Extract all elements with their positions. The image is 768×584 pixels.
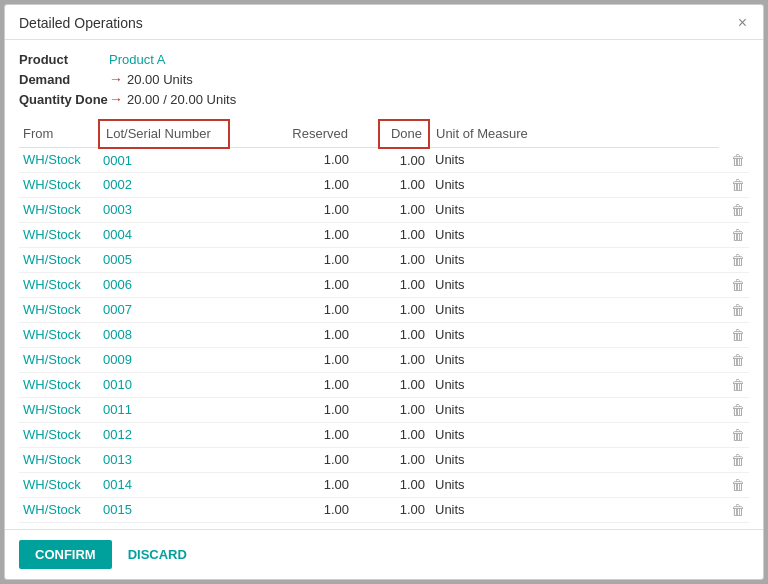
table-row: WH/Stock 0004 1.00 1.00 Units 🗑	[19, 222, 749, 247]
delete-row-button[interactable]: 🗑	[731, 177, 745, 193]
delete-row-button[interactable]: 🗑	[731, 227, 745, 243]
cell-unit: Units	[429, 247, 719, 272]
operations-table: From Lot/Serial Number Reserved Done Uni…	[19, 119, 749, 529]
col-unit-measure: Unit of Measure	[429, 120, 719, 148]
table-row: WH/Stock 0010 1.00 1.00 Units 🗑	[19, 372, 749, 397]
delete-row-button[interactable]: 🗑	[731, 252, 745, 268]
cell-reserved: 1.00	[229, 522, 379, 529]
discard-button[interactable]: DISCARD	[124, 540, 191, 569]
cell-unit: Units	[429, 148, 719, 173]
delete-row-button[interactable]: 🗑	[731, 302, 745, 318]
qty-done-value: 20.00 / 20.00 Units	[127, 92, 236, 107]
cell-done: 1.00	[379, 297, 429, 322]
cell-delete: 🗑	[719, 472, 749, 497]
cell-delete: 🗑	[719, 297, 749, 322]
cell-reserved: 1.00	[229, 397, 379, 422]
table-row: WH/Stock 0012 1.00 1.00 Units 🗑	[19, 422, 749, 447]
cell-unit: Units	[429, 397, 719, 422]
cell-reserved: 1.00	[229, 297, 379, 322]
cell-lot: 0001	[99, 148, 229, 173]
cell-done: 1.00	[379, 397, 429, 422]
cell-lot: 0014	[99, 472, 229, 497]
cell-delete: 🗑	[719, 148, 749, 173]
delete-row-button[interactable]: 🗑	[731, 327, 745, 343]
cell-delete: 🗑	[719, 222, 749, 247]
table-body: WH/Stock 0001 1.00 1.00 Units 🗑 WH/Stock…	[19, 148, 749, 530]
delete-row-button[interactable]: 🗑	[731, 402, 745, 418]
modal-footer: CONFIRM DISCARD	[5, 529, 763, 579]
demand-arrow-icon: →	[109, 71, 123, 87]
table-header-row: From Lot/Serial Number Reserved Done Uni…	[19, 120, 749, 148]
cell-lot: 0006	[99, 272, 229, 297]
cell-delete: 🗑	[719, 347, 749, 372]
delete-row-button[interactable]: 🗑	[731, 452, 745, 468]
cell-done: 1.00	[379, 272, 429, 297]
delete-row-button[interactable]: 🗑	[731, 277, 745, 293]
cell-delete: 🗑	[719, 447, 749, 472]
delete-row-button[interactable]: 🗑	[731, 152, 745, 168]
cell-from: WH/Stock	[19, 347, 99, 372]
cell-unit: Units	[429, 347, 719, 372]
cell-unit: Units	[429, 172, 719, 197]
delete-row-button[interactable]: 🗑	[731, 352, 745, 368]
cell-from: WH/Stock	[19, 397, 99, 422]
cell-unit: Units	[429, 372, 719, 397]
cell-done: 1.00	[379, 522, 429, 529]
modal: Detailed Operations × Product Product A …	[4, 4, 764, 580]
cell-from: WH/Stock	[19, 497, 99, 522]
cell-lot: 0008	[99, 322, 229, 347]
cell-lot: 0011	[99, 397, 229, 422]
cell-lot: 0007	[99, 297, 229, 322]
table-row: WH/Stock 0008 1.00 1.00 Units 🗑	[19, 322, 749, 347]
cell-delete: 🗑	[719, 422, 749, 447]
col-lot-serial: Lot/Serial Number	[99, 120, 229, 148]
table-row: WH/Stock 0007 1.00 1.00 Units 🗑	[19, 297, 749, 322]
table-row: WH/Stock 0009 1.00 1.00 Units 🗑	[19, 347, 749, 372]
delete-row-button[interactable]: 🗑	[731, 477, 745, 493]
cell-done: 1.00	[379, 148, 429, 173]
modal-overlay: Detailed Operations × Product Product A …	[0, 0, 768, 584]
cell-unit: Units	[429, 297, 719, 322]
cell-reserved: 1.00	[229, 197, 379, 222]
table-row: WH/Stock 0013 1.00 1.00 Units 🗑	[19, 447, 749, 472]
cell-lot: 0009	[99, 347, 229, 372]
cell-lot: 0005	[99, 247, 229, 272]
product-row: Product Product A	[19, 52, 749, 67]
close-button[interactable]: ×	[736, 15, 749, 31]
demand-row: Demand → 20.00 Units	[19, 71, 749, 87]
cell-lot: 0015	[99, 497, 229, 522]
delete-row-button[interactable]: 🗑	[731, 502, 745, 518]
table-row: WH/Stock 0016 1.00 1.00 Units 🗑	[19, 522, 749, 529]
cell-unit: Units	[429, 422, 719, 447]
cell-done: 1.00	[379, 322, 429, 347]
delete-row-button[interactable]: 🗑	[731, 377, 745, 393]
modal-title: Detailed Operations	[19, 15, 143, 31]
cell-done: 1.00	[379, 347, 429, 372]
cell-reserved: 1.00	[229, 222, 379, 247]
col-reserved: Reserved	[229, 120, 379, 148]
table-row: WH/Stock 0011 1.00 1.00 Units 🗑	[19, 397, 749, 422]
cell-from: WH/Stock	[19, 472, 99, 497]
cell-done: 1.00	[379, 172, 429, 197]
cell-unit: Units	[429, 472, 719, 497]
modal-body: Product Product A Demand → 20.00 Units Q…	[5, 40, 763, 529]
cell-done: 1.00	[379, 497, 429, 522]
modal-header: Detailed Operations ×	[5, 5, 763, 40]
cell-lot: 0016	[99, 522, 229, 529]
cell-reserved: 1.00	[229, 422, 379, 447]
confirm-button[interactable]: CONFIRM	[19, 540, 112, 569]
cell-reserved: 1.00	[229, 497, 379, 522]
cell-done: 1.00	[379, 422, 429, 447]
table-wrapper: From Lot/Serial Number Reserved Done Uni…	[5, 119, 763, 529]
table-row: WH/Stock 0015 1.00 1.00 Units 🗑	[19, 497, 749, 522]
cell-reserved: 1.00	[229, 372, 379, 397]
cell-reserved: 1.00	[229, 247, 379, 272]
cell-done: 1.00	[379, 372, 429, 397]
cell-from: WH/Stock	[19, 272, 99, 297]
delete-row-button[interactable]: 🗑	[731, 202, 745, 218]
delete-row-button[interactable]: 🗑	[731, 427, 745, 443]
cell-from: WH/Stock	[19, 247, 99, 272]
cell-delete: 🗑	[719, 497, 749, 522]
col-from: From	[19, 120, 99, 148]
cell-lot: 0003	[99, 197, 229, 222]
